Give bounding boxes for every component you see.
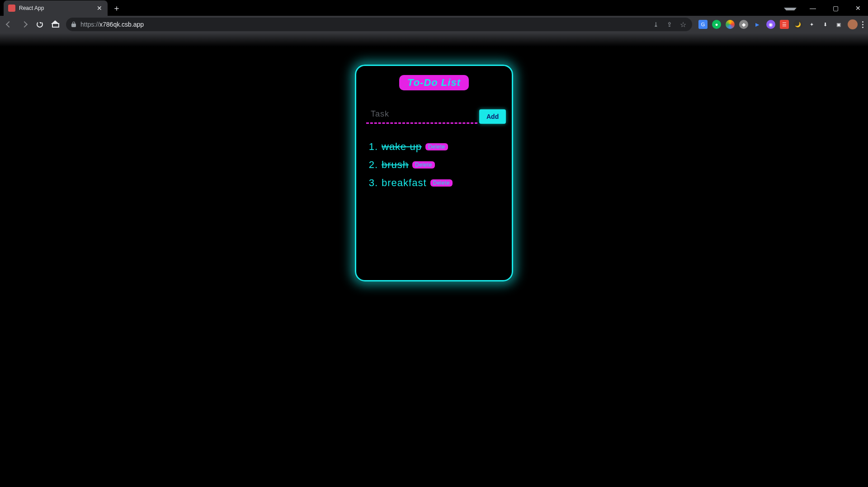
arrow-right-icon <box>21 21 28 28</box>
todo-number: 3. <box>366 177 378 189</box>
browser-tab[interactable]: React App ✕ <box>4 0 108 16</box>
home-icon <box>52 21 58 28</box>
extension-icon[interactable]: 🌙 <box>793 20 802 29</box>
address-bar[interactable]: https://x786qk.csb.app ⤓ ⇪ ☆ <box>66 18 692 31</box>
todo-item: 2.brushDelete <box>366 159 502 171</box>
new-tab-button[interactable]: ＋ <box>110 2 123 14</box>
url-host: x786qk.csb.app <box>99 21 144 28</box>
extension-icon[interactable]: ▶ <box>753 20 762 29</box>
extension-icon[interactable]: ☰ <box>780 20 789 29</box>
chevron-down-icon <box>784 8 797 10</box>
toolbar-shadow <box>0 33 868 47</box>
install-app-icon[interactable]: ⤓ <box>652 21 660 28</box>
page-content: To-Do List Add 1.wake upDelete2.brushDel… <box>0 47 868 487</box>
task-input-row: Add <box>366 107 502 124</box>
tab-search-button[interactable] <box>784 5 797 12</box>
extension-icon[interactable]: ◉ <box>766 20 775 29</box>
todo-text[interactable]: brush <box>382 159 409 171</box>
todo-item: 3.breakfastDelete <box>366 177 502 189</box>
omnibox-actions: ⤓ ⇪ ☆ <box>652 21 687 28</box>
reload-icon <box>37 21 43 28</box>
todo-text[interactable]: breakfast <box>382 177 427 189</box>
delete-button[interactable]: Delete <box>430 179 453 187</box>
todo-number: 2. <box>366 159 378 171</box>
minimize-button[interactable]: — <box>807 5 819 12</box>
bookmark-star-icon[interactable]: ☆ <box>679 21 687 28</box>
back-button[interactable] <box>5 20 14 29</box>
tab-strip: React App ✕ ＋ — ▢ ✕ <box>0 0 868 16</box>
todo-list: 1.wake upDelete2.brushDelete3.breakfastD… <box>366 141 502 189</box>
arrow-left-icon <box>6 21 12 28</box>
close-tab-icon[interactable]: ✕ <box>96 5 103 12</box>
window-controls: — ▢ ✕ <box>784 0 864 16</box>
forward-button[interactable] <box>20 20 29 29</box>
delete-button[interactable]: Delete <box>412 161 435 169</box>
lock-icon <box>71 22 76 27</box>
add-button[interactable]: Add <box>479 109 506 124</box>
extension-icon[interactable] <box>726 20 735 29</box>
task-input[interactable] <box>366 107 477 124</box>
reading-list-icon[interactable]: ▣ <box>834 20 843 29</box>
favicon-icon <box>8 5 15 12</box>
share-icon[interactable]: ⇪ <box>666 21 673 28</box>
downloads-icon[interactable]: ⬇ <box>821 20 830 29</box>
maximize-button[interactable]: ▢ <box>829 5 842 12</box>
todo-number: 1. <box>366 141 378 153</box>
extension-icon[interactable]: ● <box>712 20 721 29</box>
todo-item: 1.wake upDelete <box>366 141 502 153</box>
todo-card: To-Do List Add 1.wake upDelete2.brushDel… <box>355 65 513 281</box>
extensions-menu-icon[interactable]: ✦ <box>807 20 816 29</box>
browser-toolbar: https://x786qk.csb.app ⤓ ⇪ ☆ G ● ◆ ▶ ◉ ☰… <box>0 16 868 33</box>
todo-text[interactable]: wake up <box>382 141 422 153</box>
chrome-menu-button[interactable] <box>862 21 863 28</box>
url-text: https://x786qk.csb.app <box>80 21 648 28</box>
extension-icon[interactable]: G <box>698 20 708 29</box>
url-scheme: https:// <box>80 21 99 28</box>
delete-button[interactable]: Delete <box>425 143 448 150</box>
card-title: To-Do List <box>399 75 469 90</box>
close-window-button[interactable]: ✕ <box>852 5 864 12</box>
extension-icon[interactable]: ◆ <box>739 20 748 29</box>
profile-avatar[interactable] <box>848 19 858 29</box>
tab-title: React App <box>19 5 92 11</box>
extensions-bar: G ● ◆ ▶ ◉ ☰ 🌙 ✦ ⬇ ▣ <box>698 19 863 29</box>
reload-button[interactable] <box>35 20 44 29</box>
home-button[interactable] <box>51 20 60 29</box>
browser-chrome: React App ✕ ＋ — ▢ ✕ https://x786qk.csb.a… <box>0 0 868 47</box>
